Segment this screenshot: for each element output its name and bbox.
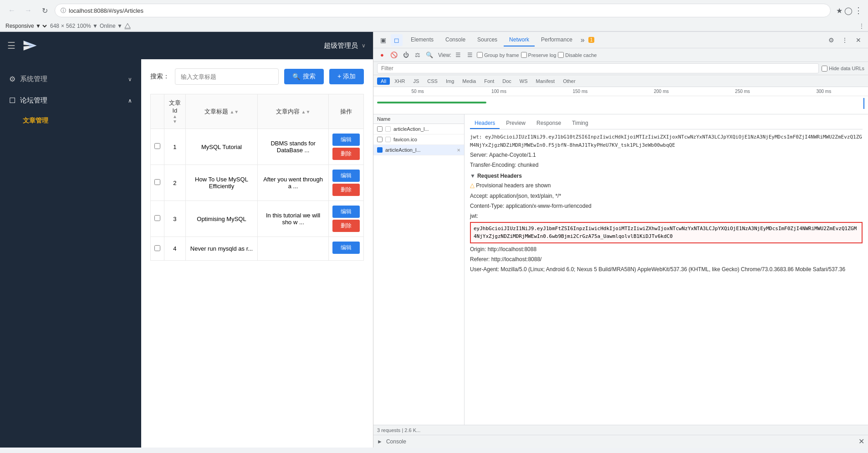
disable-cache-checkbox[interactable]: [558, 52, 564, 58]
edit-button-2[interactable]: 编辑: [332, 170, 360, 182]
row-checkbox-2[interactable]: [154, 179, 160, 185]
sort-id-icon[interactable]: ▲▼: [168, 114, 182, 124]
row-content-4: [258, 237, 329, 261]
tab-more[interactable]: »: [579, 36, 587, 44]
detail-tab-timing[interactable]: Timing: [567, 118, 593, 129]
detail-tab-preview[interactable]: Preview: [501, 118, 530, 129]
forward-button[interactable]: →: [22, 4, 35, 17]
bookmark-icon[interactable]: ★: [836, 6, 842, 15]
sort-title-icon[interactable]: ▲▼: [230, 109, 239, 114]
close-console-btn[interactable]: ✕: [858, 437, 864, 446]
filter-input[interactable]: [377, 63, 819, 73]
edit-button-3[interactable]: 编辑: [332, 206, 360, 218]
sidebar-sub-item-articles[interactable]: 文章管理: [0, 111, 141, 130]
filter-tab-css[interactable]: CSS: [424, 77, 441, 85]
view-waterfall-btn[interactable]: ☰: [465, 50, 475, 60]
search-input[interactable]: [175, 68, 279, 85]
filter-tab-js[interactable]: JS: [409, 77, 423, 85]
detail-tab-headers[interactable]: Headers: [470, 118, 500, 129]
hamburger-icon[interactable]: ☰: [7, 40, 15, 51]
row-checkbox-3[interactable]: [154, 215, 160, 221]
zoom-select[interactable]: 100% ▼: [77, 23, 98, 29]
responsive-select[interactable]: Responsive ▼: [4, 22, 48, 30]
tab-sources[interactable]: Sources: [472, 34, 503, 46]
sidebar: ⚙ 系统管理 ∨ ☐ 论坛管理 ∧ 文章管理: [0, 59, 141, 448]
record-btn[interactable]: ●: [377, 50, 387, 60]
address-text: localhost:8088/#/sys/Articles: [69, 7, 143, 14]
sidebar-item-forum[interactable]: ☐ 论坛管理 ∧: [0, 90, 141, 111]
add-button[interactable]: + 添加: [329, 69, 364, 84]
request-list-header: Name: [373, 114, 464, 124]
status-bar: 3 requests | 2.6 K...: [373, 425, 868, 435]
rotate-icon[interactable]: ⧋: [124, 22, 131, 30]
browser-chrome: ← → ↻ ⓘ localhost:8088/#/sys/Articles ★ …: [0, 0, 868, 32]
edit-button-4[interactable]: 编辑: [332, 242, 360, 254]
app-logo: [21, 36, 39, 55]
request-item-1[interactable]: articleAction_l...: [373, 124, 464, 134]
request-name-1: articleAction_l...: [393, 126, 460, 132]
request-checkbox-2[interactable]: [377, 137, 383, 142]
online-select[interactable]: Online ▼: [100, 23, 123, 29]
more-options-btn[interactable]: ⋮: [839, 34, 851, 46]
account-icon[interactable]: ◯: [844, 6, 853, 15]
request-item-2[interactable]: favicon.ico: [373, 134, 464, 145]
hide-data-urls-label[interactable]: Hide data URLs: [822, 66, 864, 72]
filter-btn[interactable]: ⚖: [413, 50, 423, 60]
filter-tab-all[interactable]: All: [377, 77, 390, 85]
request-checkbox-1[interactable]: [377, 126, 383, 132]
delete-button-2[interactable]: 删除: [332, 184, 360, 196]
row-title-2: How To Use MySQL Efficiently: [185, 165, 257, 201]
filter-tab-xhr[interactable]: XHR: [391, 77, 408, 85]
menu-icon[interactable]: ⋮: [854, 5, 863, 15]
tab-console[interactable]: Console: [440, 34, 471, 46]
preserve-log-checkbox[interactable]: [521, 52, 527, 58]
clear-btn[interactable]: 🚫: [389, 50, 399, 60]
delete-button-1[interactable]: 删除: [332, 148, 360, 160]
search-button[interactable]: 🔍 搜索: [284, 69, 324, 84]
request-indicator-2: [385, 137, 391, 142]
tab-elements[interactable]: Elements: [405, 34, 439, 46]
tab-network[interactable]: Network: [504, 34, 535, 46]
disable-cache-label[interactable]: Disable cache: [558, 52, 597, 58]
back-button[interactable]: ←: [5, 4, 18, 17]
group-by-frame-checkbox[interactable]: [477, 52, 483, 58]
request-close-3[interactable]: ✕: [457, 148, 460, 153]
inspect-element-btn[interactable]: ▣: [377, 34, 389, 46]
hide-data-urls-checkbox[interactable]: [822, 66, 827, 72]
header-arrow[interactable]: ∨: [362, 42, 366, 49]
section-toggle[interactable]: ▼: [470, 173, 475, 179]
col-title: 文章标题 ▲▼: [185, 94, 257, 129]
filter-tab-other[interactable]: Other: [559, 77, 579, 85]
view-list-btn[interactable]: ☰: [453, 50, 463, 60]
request-item-3[interactable]: articleAction_l... ✕: [373, 145, 464, 155]
filter-tab-doc[interactable]: Doc: [499, 77, 515, 85]
edit-button-1[interactable]: 编辑: [332, 134, 360, 146]
settings-btn[interactable]: ⚙: [825, 34, 837, 46]
close-devtools-btn[interactable]: ✕: [853, 34, 864, 46]
row-checkbox-4[interactable]: [154, 245, 160, 251]
table-row: 3 Optimising MySQL In this tutorial we w…: [151, 201, 364, 237]
camera-btn[interactable]: ⏻: [401, 50, 411, 60]
sort-content-icon[interactable]: ▲▼: [301, 109, 311, 114]
more-options-icon[interactable]: ⋮: [859, 23, 864, 29]
filter-tab-font[interactable]: Font: [480, 77, 498, 85]
app-body: ⚙ 系统管理 ∨ ☐ 论坛管理 ∧ 文章管理 搜索：: [0, 59, 373, 448]
delete-button-3[interactable]: 删除: [332, 220, 360, 232]
device-mode-btn[interactable]: ◻: [391, 34, 403, 46]
tab-performance[interactable]: Performance: [536, 34, 578, 46]
filter-tab-media[interactable]: Media: [459, 77, 480, 85]
filter-tab-manifest[interactable]: Manifest: [532, 77, 559, 85]
filter-tab-ws[interactable]: WS: [516, 77, 531, 85]
row-checkbox-1[interactable]: [154, 143, 160, 149]
detail-tab-response[interactable]: Response: [532, 118, 566, 129]
filter-tab-img[interactable]: Img: [442, 77, 458, 85]
reload-button[interactable]: ↻: [38, 4, 51, 17]
mark-150ms: 150 ms: [540, 89, 621, 94]
preserve-log-label[interactable]: Preserve log: [521, 52, 557, 58]
address-bar[interactable]: ⓘ localhost:8088/#/sys/Articles: [55, 4, 831, 17]
group-by-frame-label[interactable]: Group by frame: [477, 52, 519, 58]
search-btn[interactable]: 🔍: [424, 50, 434, 60]
jwt-response-row: jwt: eyJhbGcioiJIUzI1NiJ9.eyJ1bG10tZSI6I…: [470, 133, 863, 149]
sidebar-item-system[interactable]: ⚙ 系统管理 ∨: [0, 68, 141, 90]
row-content-1: DBMS stands for DataBase ...: [258, 129, 329, 165]
